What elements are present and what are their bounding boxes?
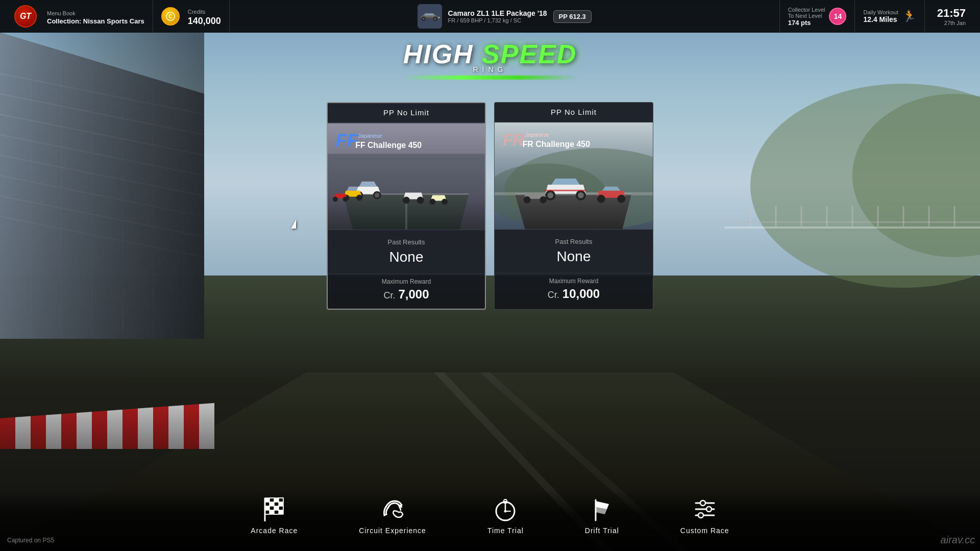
svg-point-54	[356, 195, 362, 201]
credits-text: Credits 140,000	[188, 7, 221, 27]
pp-badge: PP 612.3	[553, 10, 592, 23]
timer-icon	[492, 496, 519, 522]
track-logo: HIGH SPEED RING	[403, 41, 577, 80]
collector-sub: To Next Level	[788, 13, 825, 19]
ff-max-reward-label: Maximum Reward	[336, 278, 477, 285]
ff-past-results-label: Past Results	[336, 238, 477, 246]
svg-point-76	[617, 195, 625, 203]
svg-text:FF Challenge 450: FF Challenge 450	[355, 141, 422, 149]
car-name: Camaro ZL1 1LE Package '18	[448, 9, 547, 17]
svg-point-60	[442, 198, 448, 205]
circuit-experience-label: Circuit Experience	[359, 527, 426, 535]
gt-logo: GT	[14, 5, 37, 28]
fr-card-image: FR Japanese FR Challenge 450	[495, 122, 653, 230]
ff-max-reward-value: Cr.7,000	[336, 287, 477, 302]
svg-text:C: C	[168, 14, 172, 19]
svg-point-73	[578, 192, 584, 198]
menu-book-subtitle: Collection: Nissan Sports Cars	[47, 17, 144, 25]
date-value: 27th Jan	[937, 20, 966, 26]
track-logo-text: HIGH SPEED	[403, 41, 577, 67]
svg-rect-88	[270, 502, 274, 506]
custom-race-label: Custom Race	[680, 527, 729, 535]
drift-trial-label: Drift Trial	[585, 527, 619, 535]
ff-card-header: PP No Limit	[328, 103, 485, 123]
svg-marker-67	[515, 194, 632, 230]
nav-drift-trial[interactable]: Drift Trial	[585, 496, 619, 535]
drift-flag-icon	[589, 496, 615, 522]
runner-icon: 🏃	[902, 10, 916, 23]
svg-text:FR Challenge 450: FR Challenge 450	[523, 140, 591, 148]
track-logo-swoosh	[403, 76, 577, 80]
ff-pp-limit: PP No Limit	[383, 108, 429, 117]
credits-label: Credits	[188, 9, 206, 15]
car-name-info: Camaro ZL1 1LE Package '18 FR / 659 BHP …	[448, 9, 547, 23]
credits-value: 140,000	[188, 16, 221, 27]
svg-text:FR: FR	[503, 131, 524, 149]
menu-book-label: Menu Book	[47, 10, 76, 16]
credits-section: C Credits 140,000	[153, 0, 230, 33]
workout-value: 12.4 Miles	[863, 15, 898, 23]
svg-rect-74	[545, 190, 585, 191]
collector-pts: 174 pts	[788, 19, 825, 27]
svg-rect-94	[279, 506, 283, 510]
bottom-navigation: Arcade Race Circuit Experience	[0, 490, 980, 551]
race-cards-container: PP No Limit	[327, 102, 653, 310]
ff-reward-prefix: Cr.	[383, 290, 395, 300]
track-name-speed: SPEED	[482, 39, 577, 69]
svg-point-57	[403, 196, 410, 204]
workout-text: Daily Workout 12.4 Miles	[863, 9, 898, 23]
svg-rect-92	[270, 506, 274, 510]
ff-card-footer: Maximum Reward Cr.7,000	[328, 273, 485, 309]
svg-point-112	[700, 500, 705, 506]
ff-past-results-value: None	[336, 249, 477, 265]
nav-custom-race[interactable]: Custom Race	[680, 496, 729, 535]
track-name-high: HIGH	[403, 39, 474, 69]
svg-rect-85	[274, 498, 279, 502]
airav-watermark: airav.cc	[941, 534, 975, 546]
svg-point-42	[434, 17, 436, 20]
background-right	[725, 33, 980, 339]
svg-rect-93	[274, 506, 279, 510]
fr-challenge-card[interactable]: PP No Limit	[494, 102, 653, 310]
svg-rect-98	[279, 510, 283, 514]
svg-rect-84	[270, 498, 274, 502]
svg-point-40	[422, 17, 425, 20]
svg-point-106	[504, 510, 507, 513]
captured-text: Captured on PS5	[7, 537, 54, 544]
menu-book-section: GT Menu Book Collection: Nissan Sports C…	[6, 0, 153, 33]
svg-rect-86	[279, 498, 283, 502]
time-value: 21:57	[937, 7, 966, 19]
fr-card-body: Past Results None	[495, 230, 653, 269]
ff-card-image: FF Japanese FF Challenge 450	[328, 123, 485, 230]
collector-level-badge: 14	[829, 8, 846, 25]
car-specs: FR / 659 BHP / 1,732 kg / SC	[448, 17, 547, 23]
svg-marker-20	[0, 403, 214, 449]
fr-card-footer: Maximum Reward Cr.10,000	[495, 273, 653, 308]
nav-arcade-race[interactable]: Arcade Race	[251, 496, 298, 535]
time-display: 21:57 27th Jan	[937, 7, 966, 26]
collector-section: Collector Level To Next Level 174 pts 14	[780, 0, 855, 33]
ff-reward-amount: 7,000	[398, 287, 429, 301]
collector-label: Collector Level	[788, 7, 825, 13]
collector-text: Collector Level To Next Level 174 pts	[788, 7, 825, 27]
ff-challenge-card[interactable]: PP No Limit	[327, 102, 486, 310]
svg-point-52	[375, 193, 380, 198]
svg-point-59	[429, 198, 435, 205]
car-info-section[interactable]: Camaro ZL1 1LE Package '18 FR / 659 BHP …	[230, 0, 780, 33]
svg-point-72	[547, 192, 553, 198]
fr-card-header: PP No Limit	[495, 103, 653, 122]
svg-point-75	[597, 195, 605, 203]
svg-point-56	[343, 196, 348, 202]
svg-marker-16	[0, 33, 204, 339]
nav-time-trial[interactable]: Time Trial	[487, 496, 524, 535]
menu-book-text: Menu Book Collection: Nissan Sports Cars	[47, 8, 144, 25]
nav-circuit-experience[interactable]: Circuit Experience	[359, 496, 426, 535]
svg-rect-23	[725, 227, 980, 229]
time-section: 21:57 27th Jan	[925, 0, 974, 33]
svg-rect-90	[279, 502, 283, 506]
fr-reward-prefix: Cr.	[548, 290, 559, 300]
fr-reward-amount: 10,000	[562, 287, 600, 300]
fr-past-results-value: None	[503, 248, 645, 265]
svg-rect-96	[270, 510, 274, 514]
fr-past-results-label: Past Results	[503, 238, 645, 245]
